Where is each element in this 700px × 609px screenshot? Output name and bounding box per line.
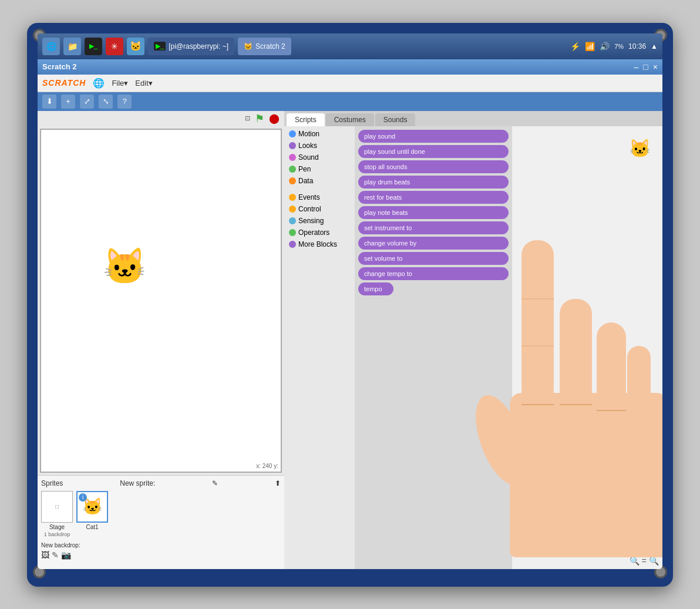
bluetooth-icon: ⚡: [570, 42, 580, 51]
xy-coords: x: 0 y: 0: [646, 537, 657, 551]
battery-percentage: 7%: [614, 43, 624, 50]
category-sensing[interactable]: Sensing: [287, 216, 352, 226]
scratch-cat-icon: 🐱: [244, 42, 253, 51]
y-coord: y: 0: [646, 544, 657, 551]
blocks-content: Motion Looks Sound: [284, 126, 662, 569]
cat1-sprite-item[interactable]: i 🐱 Cat1: [76, 491, 108, 537]
block-tempo[interactable]: tempo: [358, 282, 393, 295]
scratch-titlebar: Scratch 2 – □ ×: [38, 59, 662, 75]
taskbar-cat-icon[interactable]: 🐱: [127, 38, 144, 55]
category-sound[interactable]: Sound: [287, 152, 352, 163]
green-flag-button[interactable]: ⚑: [255, 112, 264, 125]
scratch-window-title: Scratch 2: [42, 62, 77, 71]
category-data[interactable]: Data: [287, 176, 352, 186]
monitor: 🌐 📁 ▶_ ✳ 🐱 ▶_ [pi@raspberrypi: ~] 🐱 Scra…: [27, 23, 673, 587]
stage-sprite-item[interactable]: □ Stage 1 backdrop: [41, 491, 73, 537]
new-sprite-upload-icon[interactable]: ⬆: [275, 479, 281, 487]
zoom-in-button[interactable]: 🔍: [649, 556, 659, 566]
taskbar-folder-icon[interactable]: 📁: [63, 38, 81, 55]
tab-sounds[interactable]: Sounds: [375, 113, 416, 126]
toolbar-add-icon[interactable]: +: [61, 95, 75, 109]
edit-menu[interactable]: Edit▾: [135, 79, 152, 88]
block-play-drum[interactable]: play drum beats: [358, 176, 509, 189]
globe-icon[interactable]: 🌐: [93, 78, 105, 89]
close-button[interactable]: ×: [653, 62, 658, 72]
cat1-sprite-label: Cat1: [86, 524, 98, 530]
block-play-note[interactable]: play note beats: [358, 206, 509, 219]
scratch-window: Scratch 2 – □ × SCRATCH 🌐 File▾ Edit▾ ⬇ …: [38, 59, 662, 569]
block-play-sound[interactable]: play sound: [358, 130, 509, 143]
category-events-label: Events: [298, 193, 320, 201]
terminal-tab-label: [pi@raspberrypi: ~]: [169, 42, 228, 51]
tab-scripts[interactable]: Scripts: [287, 113, 325, 126]
block-set-instrument[interactable]: set instrument to: [358, 221, 509, 234]
scratch-menubar: SCRATCH 🌐 File▾ Edit▾: [38, 75, 662, 92]
category-more-blocks-label: More Blocks: [298, 240, 337, 248]
sprite-info-icon[interactable]: i: [79, 493, 87, 502]
taskbar: 🌐 📁 ▶_ ✳ 🐱 ▶_ [pi@raspberrypi: ~] 🐱 Scra…: [38, 33, 662, 59]
arrow-up-icon: ▲: [651, 42, 658, 51]
toolbar-expand-icon[interactable]: ⤢: [80, 95, 94, 109]
block-change-tempo[interactable]: change tempo to: [358, 267, 509, 280]
taskbar-terminal-icon[interactable]: ▶_: [85, 38, 102, 55]
minimize-button[interactable]: –: [634, 62, 639, 72]
blocks-tabs: Scripts Costumes Sounds: [284, 111, 662, 126]
category-data-label: Data: [298, 177, 313, 185]
category-more-blocks[interactable]: More Blocks: [287, 239, 352, 250]
scratch-stage: 🐱 x: 240 y:: [40, 129, 282, 473]
sprites-list: □ Stage 1 backdrop i 🐱 Cat1: [41, 491, 281, 537]
stage-header: ⊡ ⚑ ⬤: [38, 111, 284, 126]
toolbar-download-icon[interactable]: ⬇: [42, 95, 56, 109]
sound-dot: [289, 154, 296, 161]
block-play-sound-until-done[interactable]: play sound until done: [358, 145, 509, 158]
file-menu[interactable]: File▾: [112, 79, 128, 88]
scratch-toolbar: ⬇ + ⤢ ⤡ ?: [38, 92, 662, 111]
toolbar-shrink-icon[interactable]: ⤡: [99, 95, 113, 109]
category-operators[interactable]: Operators: [287, 227, 352, 238]
clock: 10:36: [628, 42, 646, 51]
zoom-reset-button[interactable]: =: [642, 556, 647, 566]
category-events[interactable]: Events: [287, 192, 352, 203]
category-operators-label: Operators: [298, 228, 329, 237]
block-rest-for[interactable]: rest for beats: [358, 191, 509, 204]
battery-indicator: 7%: [614, 43, 624, 50]
stop-button[interactable]: ⬤: [269, 113, 280, 124]
zoom-out-button[interactable]: 🔍: [630, 556, 640, 566]
taskbar-globe-icon[interactable]: 🌐: [42, 38, 60, 55]
category-looks-label: Looks: [298, 142, 317, 150]
sprites-header: Sprites New sprite: ✎ ⬆: [41, 479, 281, 487]
category-control-label: Control: [298, 205, 321, 213]
new-sprite-paint-icon[interactable]: ✎: [212, 479, 218, 487]
new-backdrop-section: New backdrop: 🖼 ✎ 📷: [41, 542, 281, 560]
toolbar-help-icon[interactable]: ?: [117, 95, 132, 109]
category-motion[interactable]: Motion: [287, 129, 352, 139]
category-sensing-label: Sensing: [298, 217, 324, 225]
blocks-area: Scripts Costumes Sounds Motion: [284, 111, 662, 569]
taskbar-burst-icon[interactable]: ✳: [106, 38, 123, 55]
taskbar-tab-terminal[interactable]: ▶_ [pi@raspberrypi: ~]: [148, 38, 234, 55]
stage-sprite-sublabel: 1 backdrop: [44, 531, 70, 537]
stage-size-icon[interactable]: ⊡: [245, 115, 250, 122]
window-controls: – □ ×: [634, 62, 658, 72]
operators-dot: [289, 229, 296, 236]
scratch-logo: SCRATCH: [42, 78, 86, 88]
x-coord: x: 0: [646, 537, 657, 544]
tab-costumes[interactable]: Costumes: [326, 113, 374, 126]
maximize-button[interactable]: □: [643, 62, 648, 72]
backdrop-camera-icon[interactable]: 📷: [61, 550, 71, 560]
category-pen[interactable]: Pen: [287, 164, 352, 174]
block-change-volume[interactable]: change volume by: [358, 237, 509, 250]
taskbar-tab-scratch[interactable]: 🐱 Scratch 2: [238, 38, 291, 55]
volume-icon: 🔊: [600, 42, 610, 51]
backdrop-paint-icon[interactable]: 🖼: [41, 550, 49, 560]
category-looks[interactable]: Looks: [287, 140, 352, 151]
block-set-volume[interactable]: set volume to: [358, 252, 509, 265]
pen-dot: [289, 166, 296, 173]
motion-dot: [289, 130, 296, 137]
backdrop-upload-icon[interactable]: ✎: [52, 550, 59, 560]
scratch-tab-label: Scratch 2: [255, 42, 285, 51]
block-stop-all-sounds[interactable]: stop all sounds: [358, 160, 509, 173]
category-control[interactable]: Control: [287, 204, 352, 214]
sensing-dot: [289, 217, 296, 224]
blocks-list: play sound play sound until done stop al…: [355, 126, 512, 569]
